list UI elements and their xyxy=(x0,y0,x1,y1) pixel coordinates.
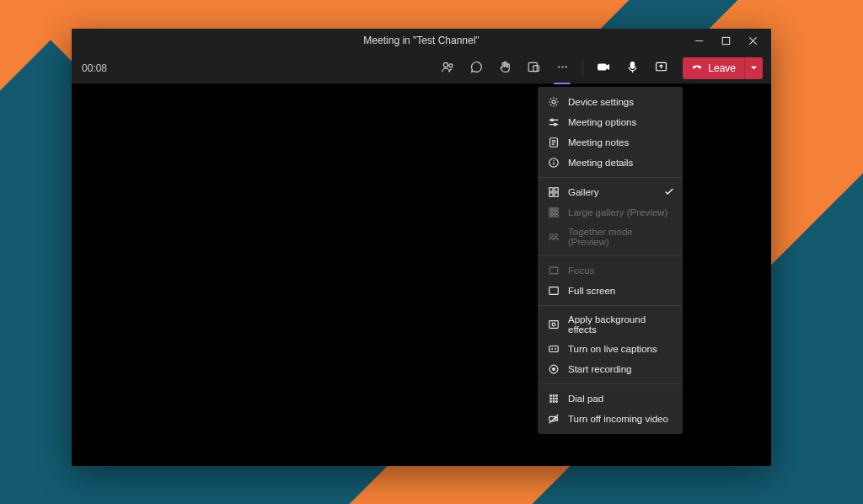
menu-label: Start recording xyxy=(568,364,631,374)
video-off-icon xyxy=(548,413,560,425)
svg-line-59 xyxy=(549,415,559,424)
together-mode-icon xyxy=(548,231,560,243)
more-actions-menu: Device settings Meeting options Meeting … xyxy=(538,87,683,434)
rooms-button[interactable] xyxy=(522,56,545,80)
focus-icon xyxy=(548,265,560,276)
people-icon xyxy=(441,60,455,77)
maximize-button[interactable] xyxy=(712,29,739,52)
meeting-toolbar: 00:08 xyxy=(72,52,771,84)
close-button[interactable] xyxy=(739,29,766,52)
mic-icon xyxy=(625,60,640,77)
chat-button[interactable] xyxy=(464,56,488,80)
minimize-button[interactable] xyxy=(685,29,712,52)
menu-item-incoming-video-off[interactable]: Turn off incoming video xyxy=(538,409,683,429)
svg-rect-33 xyxy=(556,208,559,211)
svg-rect-34 xyxy=(549,212,552,214)
svg-rect-29 xyxy=(549,193,553,196)
svg-point-51 xyxy=(556,395,558,397)
menu-item-together-mode: Together mode (Preview) xyxy=(538,223,683,251)
menu-item-live-captions[interactable]: Turn on live captions xyxy=(538,339,683,359)
menu-separator xyxy=(538,177,683,178)
svg-point-53 xyxy=(553,398,555,399)
menu-label: Device settings xyxy=(568,97,634,107)
svg-rect-11 xyxy=(598,64,605,70)
notes-icon xyxy=(548,137,560,148)
menu-item-device-settings[interactable]: Device settings xyxy=(538,92,683,112)
share-button[interactable] xyxy=(649,56,673,80)
dialpad-icon xyxy=(548,393,560,405)
menu-item-gallery[interactable]: Gallery xyxy=(538,182,683,202)
window-title: Meeting in "Test Channel" xyxy=(363,35,479,46)
meeting-window: Meeting in "Test Channel" 00:08 xyxy=(72,29,771,466)
svg-rect-12 xyxy=(630,62,634,68)
svg-rect-7 xyxy=(533,65,539,71)
menu-item-background-effects[interactable]: Apply background effects xyxy=(538,310,683,339)
menu-item-meeting-details[interactable]: Meeting details xyxy=(538,153,683,173)
participants-button[interactable] xyxy=(436,56,459,80)
svg-rect-42 xyxy=(549,267,558,274)
menu-item-meeting-options[interactable]: Meeting options xyxy=(538,112,683,132)
sliders-icon xyxy=(548,116,560,128)
svg-point-15 xyxy=(552,100,555,104)
svg-point-56 xyxy=(553,401,555,403)
menu-label: Full screen xyxy=(568,286,615,296)
svg-rect-37 xyxy=(549,215,552,217)
gallery-icon xyxy=(548,186,560,198)
menu-label: Turn off incoming video xyxy=(568,414,668,424)
video-stage: Device settings Meeting options Meeting … xyxy=(72,84,771,466)
svg-rect-43 xyxy=(549,287,559,295)
hang-up-icon xyxy=(691,61,703,75)
svg-rect-32 xyxy=(553,208,555,211)
info-icon xyxy=(548,157,560,169)
menu-label: Together mode (Preview) xyxy=(568,227,673,247)
mic-button[interactable] xyxy=(620,56,644,80)
reactions-button[interactable] xyxy=(493,56,517,80)
captions-icon xyxy=(548,343,560,355)
svg-rect-28 xyxy=(555,188,558,191)
fullscreen-icon xyxy=(548,285,560,297)
menu-item-large-gallery: Large gallery (Preview) xyxy=(538,202,683,223)
svg-rect-30 xyxy=(555,193,558,196)
leave-options-button[interactable] xyxy=(744,57,763,79)
svg-point-8 xyxy=(558,66,560,67)
menu-label: Turn on live captions xyxy=(568,344,657,354)
call-timer: 00:08 xyxy=(82,62,107,74)
leave-button[interactable]: Leave xyxy=(683,57,744,79)
more-actions-button[interactable] xyxy=(550,56,574,80)
raise-hand-icon xyxy=(498,60,512,77)
share-screen-icon xyxy=(654,60,668,77)
large-gallery-icon xyxy=(548,206,560,218)
svg-rect-27 xyxy=(549,188,553,191)
video-icon xyxy=(597,60,611,77)
record-icon xyxy=(548,363,560,375)
svg-point-9 xyxy=(561,66,563,67)
menu-item-dial-pad[interactable]: Dial pad xyxy=(538,389,683,409)
svg-point-4 xyxy=(443,62,448,67)
svg-rect-35 xyxy=(553,212,555,214)
gear-icon xyxy=(548,96,560,108)
menu-item-focus: Focus xyxy=(538,260,683,281)
menu-item-start-recording[interactable]: Start recording xyxy=(538,359,683,379)
toolbar-separator xyxy=(582,60,583,77)
titlebar: Meeting in "Test Channel" xyxy=(72,29,771,52)
svg-point-50 xyxy=(553,395,555,397)
svg-point-49 xyxy=(550,395,552,397)
menu-label: Meeting notes xyxy=(568,137,629,147)
svg-rect-36 xyxy=(556,212,559,214)
menu-label: Dial pad xyxy=(568,394,603,404)
chat-icon xyxy=(469,60,484,77)
background-effects-icon xyxy=(548,319,560,330)
svg-point-26 xyxy=(553,160,554,161)
svg-point-48 xyxy=(552,367,555,371)
menu-item-meeting-notes[interactable]: Meeting notes xyxy=(538,132,683,153)
more-icon xyxy=(555,60,570,77)
svg-point-45 xyxy=(552,323,555,326)
menu-item-full-screen[interactable]: Full screen xyxy=(538,281,683,301)
menu-label: Gallery xyxy=(568,187,598,197)
menu-separator xyxy=(538,255,683,256)
svg-point-10 xyxy=(565,66,566,67)
svg-point-5 xyxy=(449,63,453,67)
camera-button[interactable] xyxy=(592,56,615,80)
svg-point-57 xyxy=(556,401,558,403)
menu-label: Meeting options xyxy=(568,117,636,127)
